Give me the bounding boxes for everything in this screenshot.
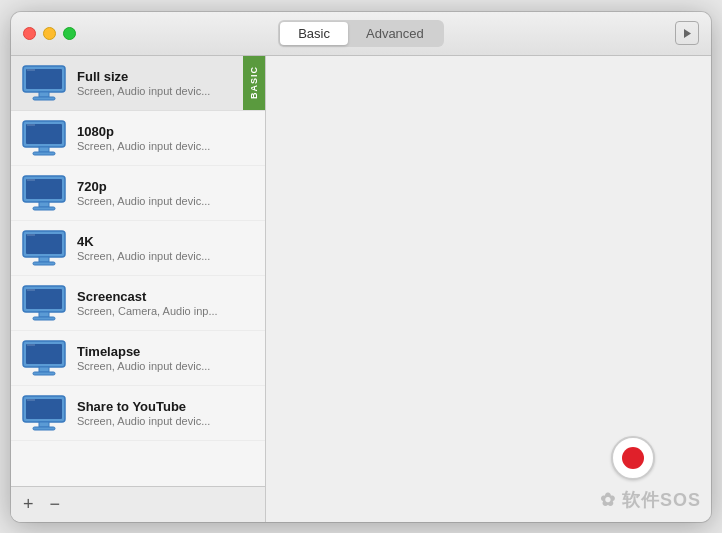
svg-rect-19 — [39, 257, 49, 262]
sidebar: Full sizeScreen, Audio input devic...BAS… — [11, 56, 266, 522]
svg-rect-15 — [33, 207, 55, 210]
item-subtitle: Screen, Audio input devic... — [77, 250, 210, 262]
svg-rect-5 — [33, 97, 55, 100]
main-window: Basic Advanced Full sizeScreen, Audio i — [11, 12, 711, 522]
watermark: ✿ 软件SOS — [600, 488, 701, 512]
svg-rect-34 — [39, 422, 49, 427]
list-item[interactable]: 4KScreen, Audio input devic... — [11, 221, 265, 276]
list-item[interactable]: 720pScreen, Audio input devic... — [11, 166, 265, 221]
svg-rect-10 — [33, 152, 55, 155]
item-icon-container — [21, 229, 67, 267]
svg-rect-12 — [26, 179, 62, 199]
titlebar: Basic Advanced — [11, 12, 711, 56]
item-text: Full sizeScreen, Audio input devic... — [77, 69, 210, 97]
item-subtitle: Screen, Camera, Audio inp... — [77, 305, 218, 317]
svg-rect-35 — [33, 427, 55, 430]
close-button[interactable] — [23, 27, 36, 40]
record-button[interactable] — [611, 436, 655, 480]
sidebar-list: Full sizeScreen, Audio input devic...BAS… — [11, 56, 265, 486]
tab-group: Basic Advanced — [278, 20, 444, 47]
basic-tag-label: BASIC — [249, 66, 259, 99]
monitor-icon — [21, 64, 67, 102]
monitor-icon — [21, 284, 67, 322]
svg-rect-22 — [26, 289, 62, 309]
monitor-icon — [21, 174, 67, 212]
item-text: Share to YouTubeScreen, Audio input devi… — [77, 399, 210, 427]
item-title: Timelapse — [77, 344, 210, 359]
basic-tag: BASIC — [243, 56, 265, 110]
item-icon-container — [21, 64, 67, 102]
item-subtitle: Screen, Audio input devic... — [77, 360, 210, 372]
item-subtitle: Screen, Audio input devic... — [77, 140, 210, 152]
content-area: Full sizeScreen, Audio input devic...BAS… — [11, 56, 711, 522]
item-text: 720pScreen, Audio input devic... — [77, 179, 210, 207]
svg-rect-32 — [26, 399, 62, 419]
item-text: TimelapseScreen, Audio input devic... — [77, 344, 210, 372]
svg-rect-14 — [39, 202, 49, 207]
item-subtitle: Screen, Audio input devic... — [77, 85, 210, 97]
main-area: ✿ 软件SOS — [266, 56, 711, 522]
svg-rect-2 — [26, 69, 62, 89]
item-text: 1080pScreen, Audio input devic... — [77, 124, 210, 152]
svg-rect-17 — [26, 234, 62, 254]
list-item[interactable]: Full sizeScreen, Audio input devic...BAS… — [11, 56, 265, 111]
remove-preset-button[interactable]: − — [48, 495, 63, 513]
svg-rect-4 — [39, 92, 49, 97]
svg-rect-9 — [39, 147, 49, 152]
item-icon-container — [21, 284, 67, 322]
item-title: Full size — [77, 69, 210, 84]
monitor-icon — [21, 339, 67, 377]
svg-rect-24 — [39, 312, 49, 317]
monitor-icon — [21, 119, 67, 157]
add-preset-button[interactable]: + — [21, 495, 36, 513]
tab-basic[interactable]: Basic — [280, 22, 348, 45]
monitor-icon — [21, 394, 67, 432]
item-title: Screencast — [77, 289, 218, 304]
item-title: Share to YouTube — [77, 399, 210, 414]
monitor-icon — [21, 229, 67, 267]
svg-rect-7 — [26, 124, 62, 144]
minimize-button[interactable] — [43, 27, 56, 40]
item-title: 4K — [77, 234, 210, 249]
play-button[interactable] — [675, 21, 699, 45]
item-icon-container — [21, 174, 67, 212]
svg-rect-25 — [33, 317, 55, 320]
item-icon-container — [21, 119, 67, 157]
item-icon-container — [21, 394, 67, 432]
list-item[interactable]: TimelapseScreen, Audio input devic... — [11, 331, 265, 386]
svg-rect-30 — [33, 372, 55, 375]
svg-marker-0 — [684, 29, 691, 38]
list-item[interactable]: Share to YouTubeScreen, Audio input devi… — [11, 386, 265, 441]
svg-rect-20 — [33, 262, 55, 265]
maximize-button[interactable] — [63, 27, 76, 40]
traffic-lights — [23, 27, 76, 40]
tab-advanced[interactable]: Advanced — [348, 22, 442, 45]
svg-rect-29 — [39, 367, 49, 372]
item-subtitle: Screen, Audio input devic... — [77, 195, 210, 207]
record-icon — [622, 447, 644, 469]
item-title: 1080p — [77, 124, 210, 139]
sidebar-footer: + − — [11, 486, 265, 522]
list-item[interactable]: 1080pScreen, Audio input devic... — [11, 111, 265, 166]
list-item[interactable]: ScreencastScreen, Camera, Audio inp... — [11, 276, 265, 331]
item-icon-container — [21, 339, 67, 377]
item-subtitle: Screen, Audio input devic... — [77, 415, 210, 427]
item-text: 4KScreen, Audio input devic... — [77, 234, 210, 262]
svg-rect-27 — [26, 344, 62, 364]
item-text: ScreencastScreen, Camera, Audio inp... — [77, 289, 218, 317]
item-title: 720p — [77, 179, 210, 194]
